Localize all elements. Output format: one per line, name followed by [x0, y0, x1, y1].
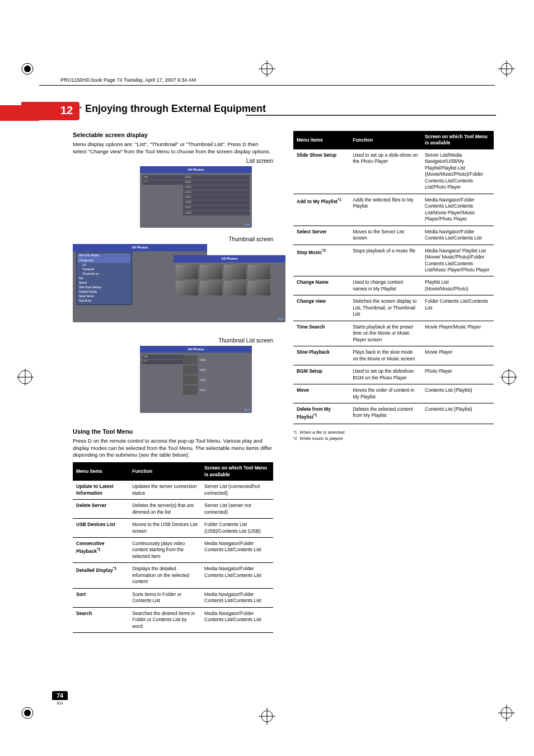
table-row: Stop Music*2Stops playback of a music fi… — [293, 245, 494, 276]
page-number: 74 — [52, 691, 68, 700]
cell-availability: Media Navigator/Folder Contents List/Con… — [201, 607, 273, 632]
table-header-function: Function — [349, 131, 421, 149]
cell-availability: Media Navigator/Folder Contents List/Con… — [201, 563, 273, 588]
registration-mark-icon — [17, 369, 34, 388]
footnotes: *1 When a file is selected *2 While musi… — [293, 430, 494, 442]
table-row: Add to My Playlist*1Adds the selected fi… — [293, 194, 494, 226]
cell-function: Plays back in the slow mode on the Movie… — [349, 346, 421, 365]
screenshot-list: All Photos Title **** ▪ 0001▪ 0002▪ 0003… — [140, 166, 252, 228]
cell-menu-item: Time Search — [293, 321, 349, 346]
cell-availability: Media Navigator/Folder Contents List/Con… — [421, 226, 494, 245]
crop-mark-icon — [19, 705, 36, 721]
table-row: Change NameUsed to change content names … — [293, 276, 494, 295]
table-header-menu-items: Menu items — [293, 131, 349, 149]
cell-menu-item: Stop Music*2 — [293, 245, 349, 276]
table-row: SearchSearches the desired items in Fold… — [73, 607, 273, 632]
crop-mark-icon — [498, 60, 515, 77]
caption-list-screen: List screen — [73, 157, 273, 165]
cell-menu-item: Slide Show Setup — [293, 149, 349, 194]
cell-availability: Media Navigator/Folder Contents List/Con… — [201, 538, 273, 563]
cell-availability: Movie Player/Music Player — [421, 321, 494, 346]
table-row: Slide Show SetupUsed to set up a slide-s… — [293, 149, 494, 194]
crop-mark-icon — [498, 705, 515, 721]
caption-thumbnail-screen: Thumbnail screen — [73, 236, 273, 243]
cell-menu-item: Slow Playback — [293, 346, 349, 365]
cell-function: Switches the screen display to List, Thu… — [349, 295, 421, 321]
svg-point-1 — [24, 65, 31, 72]
cell-menu-item: Change Name — [293, 276, 349, 295]
slug-rule — [39, 85, 495, 86]
cell-function: Moves the order of content in My Playlis… — [349, 384, 421, 403]
tool-menu-table-right: Menu items Function Screen on which Tool… — [293, 131, 494, 424]
cell-menu-item: Consecutive Playback*1 — [73, 538, 129, 563]
cell-function: Updates the server connection status — [129, 481, 201, 499]
cell-function: Used to change content names in My Playl… — [349, 276, 421, 295]
registration-mark-icon — [500, 369, 517, 388]
cell-menu-item: Add to My Playlist*1 — [293, 194, 349, 226]
table-row: BGM SetupUsed to set up the slideshow BG… — [293, 365, 494, 384]
tool-menu-table-left: Menu items Function Screen on which Tool… — [73, 462, 273, 633]
cell-availability: Playlist List (Movie/Music/Photo) — [421, 276, 494, 295]
cell-availability: Movie Player — [421, 346, 494, 365]
table-row: Detailed Display*1Displays the detailed … — [73, 563, 273, 588]
cell-menu-item: Detailed Display*1 — [73, 563, 129, 588]
cell-menu-item: USB Devices List — [73, 519, 129, 538]
cell-availability: Photo Player — [421, 365, 494, 384]
chapter-number-badge: 12 — [44, 102, 79, 120]
paragraph-selectable-display: Menu display options are: "List", "Thumb… — [73, 141, 273, 156]
table-row: Update to Latest InformationUpdates the … — [73, 481, 273, 499]
cell-function: Displays the detailed information on the… — [129, 563, 201, 588]
cell-availability: Media Navigator/ Playlist List (Movie/ M… — [421, 245, 494, 276]
table-row: Consecutive Playback*1Continuously plays… — [73, 538, 273, 563]
table-header-function: Function — [129, 462, 201, 481]
heading-selectable-display: Selectable screen display — [73, 131, 273, 139]
cell-menu-item: Search — [73, 607, 129, 632]
page-number-badge: 74 En — [48, 690, 72, 706]
table-row: Select ServerMoves to the Server List sc… — [293, 226, 494, 245]
cell-availability: Server List/Media Navigator/USB/My Playl… — [421, 149, 494, 194]
svg-point-6 — [24, 710, 31, 716]
cell-availability: Server List (server not connected) — [201, 500, 273, 519]
cell-function: Starts playback at the preset time on th… — [349, 321, 421, 346]
table-row: Slow PlaybackPlays back in the slow mode… — [293, 346, 494, 365]
cell-function: Used to set up the slideshow BGM on the … — [349, 365, 421, 384]
cell-availability: Contents List (Playlist) — [421, 403, 494, 424]
table-header-screen: Screen on which Tool Menu is available — [421, 131, 494, 149]
table-row: SortSorts items in Folder or Contents Li… — [73, 588, 273, 607]
cell-function: Adds the selected files to My Playlist — [349, 194, 421, 226]
cell-menu-item: BGM Setup — [293, 365, 349, 384]
screenshot-title: All Photos — [140, 166, 252, 173]
cell-menu-item: Move — [293, 384, 349, 403]
cell-menu-item: Select Server — [293, 226, 349, 245]
cell-function: Used to set up a slide-show on the Photo… — [349, 149, 421, 194]
screenshot-tool-menu-popup: Add to My Playlist Change view List Thum… — [76, 252, 132, 305]
cell-menu-item: Delete from My Playlist*1 — [293, 403, 349, 424]
table-row: Delete ServerDeletes the server(s) that … — [73, 500, 273, 519]
cell-availability: Contents List (Playlist) — [421, 384, 494, 403]
paragraph-using-tool-menu: Press D on the remote control to access … — [73, 438, 273, 459]
cell-availability: Folder Contents List/Contents List — [421, 295, 494, 321]
table-row: Delete from My Playlist*1Deletes the sel… — [293, 403, 494, 424]
cell-function: Deletes the server(s) that are dimmed on… — [129, 500, 201, 519]
table-row: Change viewSwitches the screen display t… — [293, 295, 494, 321]
cell-availability: Media Navigator/Folder Contents List/Con… — [201, 588, 273, 607]
cell-function: Searches the desired items in Folder or … — [129, 607, 201, 632]
cell-menu-item: Delete Server — [73, 500, 129, 519]
cell-function: Moves to the USB Devices List screen — [129, 519, 201, 538]
heading-using-tool-menu: Using the Tool Menu — [73, 428, 273, 436]
chapter-title: Enjoying through External Equipment — [82, 103, 269, 115]
table-header-screen: Screen on which Tool Menu is available — [201, 462, 273, 481]
crop-mark-icon — [19, 60, 36, 77]
chapter-header: 12 Enjoying through External Equipment — [0, 105, 534, 124]
table-row: Time SearchStarts playback at the preset… — [293, 321, 494, 346]
cell-menu-item: Change view — [293, 295, 349, 321]
caption-thumbnail-list-screen: Thumbnail List screen — [73, 337, 273, 345]
crop-mark-icon — [259, 708, 275, 725]
cell-menu-item: Update to Latest Information — [73, 481, 129, 499]
cell-function: Continuously plays video content startin… — [129, 538, 201, 563]
cell-function: Sorts items in Folder or Contents List — [129, 588, 201, 607]
screenshot-thumbnail-grid: All Photos Back — [174, 255, 285, 322]
page-language: En — [48, 701, 72, 706]
cell-function: Moves to the Server List screen — [349, 226, 421, 245]
crop-mark-icon — [259, 60, 275, 77]
